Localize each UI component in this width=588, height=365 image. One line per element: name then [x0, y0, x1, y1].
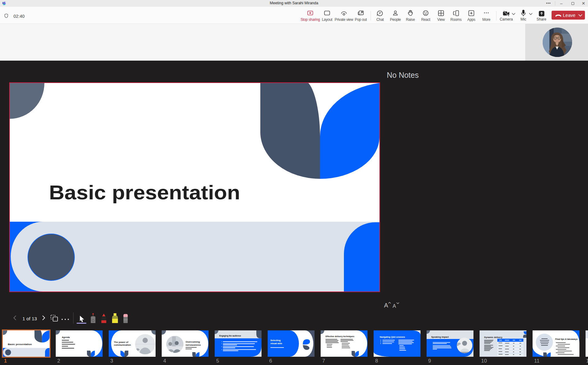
- svg-text:Agenda: Agenda: [62, 336, 70, 339]
- svg-text:Engaging the audience: Engaging the audience: [219, 335, 241, 337]
- svg-text:Navigating Q&A sessions: Navigating Q&A sessions: [380, 336, 405, 338]
- svg-text:Selecting: Selecting: [270, 339, 281, 342]
- svg-text:Overcoming: Overcoming: [186, 341, 200, 343]
- svg-text:nervousness: nervousness: [186, 344, 201, 346]
- svg-text:communication: communication: [114, 344, 131, 346]
- svg-text:Speaking impact: Speaking impact: [431, 336, 449, 338]
- svg-text:The power of: The power of: [114, 341, 128, 344]
- svg-text:Dynamic delivery: Dynamic delivery: [484, 336, 502, 339]
- svg-text:Final tips & takeaways: Final tips & takeaways: [555, 338, 578, 341]
- svg-text:Effective delivery techniques: Effective delivery techniques: [326, 335, 354, 338]
- svg-text:visual aids: visual aids: [270, 342, 282, 345]
- svg-text:Basic presentation: Basic presentation: [49, 182, 240, 204]
